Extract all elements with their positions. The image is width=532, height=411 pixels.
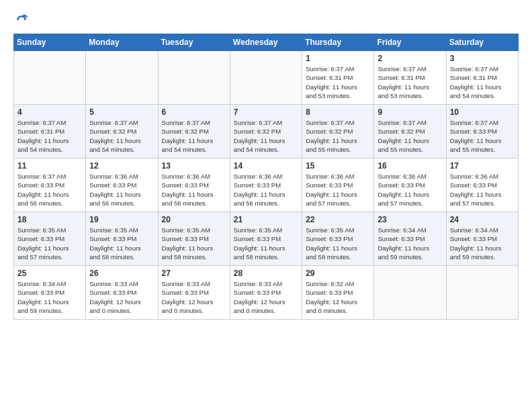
weekday-header-sunday: Sunday xyxy=(14,34,86,51)
calendar-cell xyxy=(158,51,230,105)
calendar-cell xyxy=(14,51,86,105)
day-info: Sunrise: 6:34 AM Sunset: 6:33 PM Dayligh… xyxy=(17,279,82,315)
calendar-cell: 27Sunrise: 6:33 AM Sunset: 6:33 PM Dayli… xyxy=(158,266,230,320)
calendar-cell: 24Sunrise: 6:34 AM Sunset: 6:33 PM Dayli… xyxy=(446,212,518,266)
weekday-header-tuesday: Tuesday xyxy=(158,34,230,51)
calendar-cell: 11Sunrise: 6:37 AM Sunset: 6:33 PM Dayli… xyxy=(14,158,86,212)
calendar-cell: 13Sunrise: 6:36 AM Sunset: 6:33 PM Dayli… xyxy=(158,158,230,212)
day-number: 21 xyxy=(234,215,298,224)
day-number: 26 xyxy=(89,269,154,278)
weekday-header-thursday: Thursday xyxy=(302,34,374,51)
day-info: Sunrise: 6:32 AM Sunset: 6:33 PM Dayligh… xyxy=(306,279,370,315)
day-info: Sunrise: 6:37 AM Sunset: 6:32 PM Dayligh… xyxy=(306,118,370,154)
calendar-cell: 12Sunrise: 6:36 AM Sunset: 6:33 PM Dayli… xyxy=(86,158,158,212)
day-info: Sunrise: 6:36 AM Sunset: 6:33 PM Dayligh… xyxy=(234,172,298,208)
day-number: 7 xyxy=(234,107,298,117)
calendar-cell: 14Sunrise: 6:36 AM Sunset: 6:33 PM Dayli… xyxy=(230,158,302,212)
day-info: Sunrise: 6:33 AM Sunset: 6:33 PM Dayligh… xyxy=(234,279,298,315)
day-info: Sunrise: 6:36 AM Sunset: 6:33 PM Dayligh… xyxy=(378,172,442,208)
calendar-cell: 6Sunrise: 6:37 AM Sunset: 6:32 PM Daylig… xyxy=(158,105,230,158)
day-number: 24 xyxy=(450,215,515,224)
calendar-cell: 5Sunrise: 6:37 AM Sunset: 6:32 PM Daylig… xyxy=(86,105,158,158)
calendar-cell: 29Sunrise: 6:32 AM Sunset: 6:33 PM Dayli… xyxy=(302,266,374,320)
day-info: Sunrise: 6:37 AM Sunset: 6:31 PM Dayligh… xyxy=(306,64,370,100)
day-info: Sunrise: 6:37 AM Sunset: 6:31 PM Dayligh… xyxy=(450,64,515,100)
day-number: 10 xyxy=(450,107,515,117)
day-number: 14 xyxy=(234,161,298,171)
calendar-cell: 20Sunrise: 6:35 AM Sunset: 6:33 PM Dayli… xyxy=(158,212,230,266)
calendar-cell: 28Sunrise: 6:33 AM Sunset: 6:33 PM Dayli… xyxy=(230,266,302,320)
day-number: 17 xyxy=(450,161,515,171)
calendar-cell: 22Sunrise: 6:35 AM Sunset: 6:33 PM Dayli… xyxy=(302,212,374,266)
day-info: Sunrise: 6:36 AM Sunset: 6:33 PM Dayligh… xyxy=(450,172,515,208)
calendar-cell: 21Sunrise: 6:35 AM Sunset: 6:33 PM Dayli… xyxy=(230,212,302,266)
calendar-cell: 23Sunrise: 6:34 AM Sunset: 6:33 PM Dayli… xyxy=(374,212,446,266)
calendar-table: SundayMondayTuesdayWednesdayThursdayFrid… xyxy=(13,34,519,320)
calendar-cell: 1Sunrise: 6:37 AM Sunset: 6:31 PM Daylig… xyxy=(302,51,374,105)
calendar-week-row: 1Sunrise: 6:37 AM Sunset: 6:31 PM Daylig… xyxy=(14,51,519,105)
day-info: Sunrise: 6:37 AM Sunset: 6:33 PM Dayligh… xyxy=(17,172,82,208)
day-number: 4 xyxy=(17,107,82,117)
day-number: 1 xyxy=(306,54,370,63)
weekday-header-monday: Monday xyxy=(86,34,158,51)
day-number: 23 xyxy=(378,215,442,224)
calendar-cell: 18Sunrise: 6:35 AM Sunset: 6:33 PM Dayli… xyxy=(14,212,86,266)
day-number: 29 xyxy=(306,269,370,278)
calendar-cell: 8Sunrise: 6:37 AM Sunset: 6:32 PM Daylig… xyxy=(302,105,374,158)
day-number: 2 xyxy=(378,54,442,63)
weekday-header-row: SundayMondayTuesdayWednesdayThursdayFrid… xyxy=(14,34,519,51)
day-info: Sunrise: 6:35 AM Sunset: 6:33 PM Dayligh… xyxy=(306,226,370,261)
day-info: Sunrise: 6:37 AM Sunset: 6:31 PM Dayligh… xyxy=(17,118,82,154)
day-info: Sunrise: 6:37 AM Sunset: 6:32 PM Dayligh… xyxy=(378,118,442,154)
weekday-header-saturday: Saturday xyxy=(446,34,518,51)
day-number: 19 xyxy=(89,215,154,224)
day-info: Sunrise: 6:36 AM Sunset: 6:33 PM Dayligh… xyxy=(306,172,370,208)
day-number: 16 xyxy=(378,161,442,171)
day-number: 13 xyxy=(162,161,226,171)
day-info: Sunrise: 6:37 AM Sunset: 6:32 PM Dayligh… xyxy=(234,118,298,154)
day-info: Sunrise: 6:33 AM Sunset: 6:33 PM Dayligh… xyxy=(162,279,226,315)
day-info: Sunrise: 6:37 AM Sunset: 6:32 PM Dayligh… xyxy=(162,118,226,154)
day-number: 3 xyxy=(450,54,515,63)
calendar-week-row: 11Sunrise: 6:37 AM Sunset: 6:33 PM Dayli… xyxy=(14,158,519,212)
day-info: Sunrise: 6:33 AM Sunset: 6:33 PM Dayligh… xyxy=(89,279,154,315)
calendar-cell xyxy=(446,266,518,320)
weekday-header-wednesday: Wednesday xyxy=(230,34,302,51)
day-info: Sunrise: 6:35 AM Sunset: 6:33 PM Dayligh… xyxy=(17,226,82,261)
calendar-cell: 15Sunrise: 6:36 AM Sunset: 6:33 PM Dayli… xyxy=(302,158,374,212)
logo-icon xyxy=(13,12,30,28)
logo xyxy=(13,12,32,28)
day-number: 9 xyxy=(378,107,442,117)
calendar-cell: 17Sunrise: 6:36 AM Sunset: 6:33 PM Dayli… xyxy=(446,158,518,212)
calendar-cell xyxy=(86,51,158,105)
day-number: 15 xyxy=(306,161,370,171)
calendar-cell: 16Sunrise: 6:36 AM Sunset: 6:33 PM Dayli… xyxy=(374,158,446,212)
day-info: Sunrise: 6:36 AM Sunset: 6:33 PM Dayligh… xyxy=(162,172,226,208)
header xyxy=(13,12,519,28)
day-info: Sunrise: 6:34 AM Sunset: 6:33 PM Dayligh… xyxy=(378,226,442,261)
calendar-cell: 10Sunrise: 6:37 AM Sunset: 6:33 PM Dayli… xyxy=(446,105,518,158)
calendar-cell: 9Sunrise: 6:37 AM Sunset: 6:32 PM Daylig… xyxy=(374,105,446,158)
day-info: Sunrise: 6:34 AM Sunset: 6:33 PM Dayligh… xyxy=(450,226,515,261)
day-number: 20 xyxy=(162,215,226,224)
calendar-cell xyxy=(230,51,302,105)
calendar-cell: 19Sunrise: 6:35 AM Sunset: 6:33 PM Dayli… xyxy=(86,212,158,266)
day-number: 8 xyxy=(306,107,370,117)
day-number: 25 xyxy=(17,269,82,278)
day-info: Sunrise: 6:36 AM Sunset: 6:33 PM Dayligh… xyxy=(89,172,154,208)
day-number: 18 xyxy=(17,215,82,224)
day-number: 6 xyxy=(162,107,226,117)
calendar-week-row: 18Sunrise: 6:35 AM Sunset: 6:33 PM Dayli… xyxy=(14,212,519,266)
day-number: 22 xyxy=(306,215,370,224)
day-info: Sunrise: 6:35 AM Sunset: 6:33 PM Dayligh… xyxy=(234,226,298,261)
calendar-cell: 26Sunrise: 6:33 AM Sunset: 6:33 PM Dayli… xyxy=(86,266,158,320)
calendar-week-row: 4Sunrise: 6:37 AM Sunset: 6:31 PM Daylig… xyxy=(14,105,519,158)
day-info: Sunrise: 6:37 AM Sunset: 6:31 PM Dayligh… xyxy=(378,64,442,100)
day-info: Sunrise: 6:35 AM Sunset: 6:33 PM Dayligh… xyxy=(89,226,154,261)
calendar-cell: 4Sunrise: 6:37 AM Sunset: 6:31 PM Daylig… xyxy=(14,105,86,158)
weekday-header-friday: Friday xyxy=(374,34,446,51)
calendar-cell: 2Sunrise: 6:37 AM Sunset: 6:31 PM Daylig… xyxy=(374,51,446,105)
day-info: Sunrise: 6:35 AM Sunset: 6:33 PM Dayligh… xyxy=(162,226,226,261)
day-info: Sunrise: 6:37 AM Sunset: 6:33 PM Dayligh… xyxy=(450,118,515,154)
day-number: 27 xyxy=(162,269,226,278)
